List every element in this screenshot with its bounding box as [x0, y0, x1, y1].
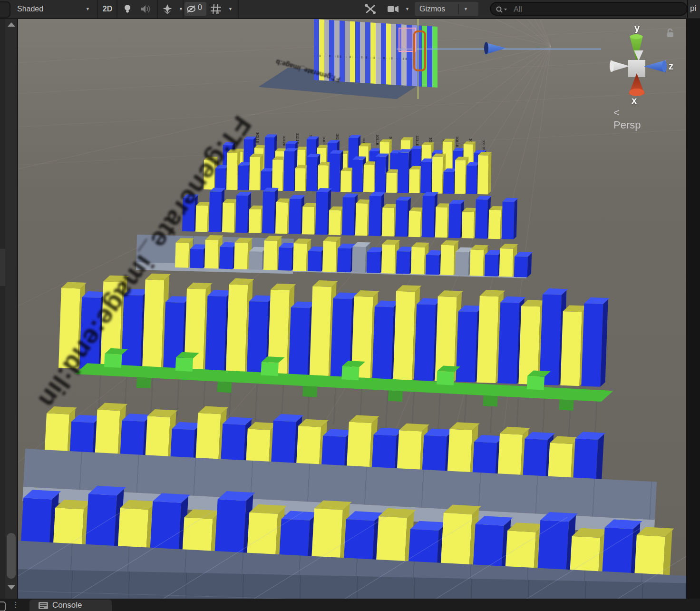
perspective-grid-line: [18, 18, 551, 46]
component-tools-button[interactable]: [364, 3, 377, 17]
lightbulb-icon: [122, 3, 133, 15]
bar: [560, 311, 582, 386]
toolbar-divider: [117, 0, 117, 18]
axis-back-cone[interactable]: [633, 50, 644, 61]
bar: [477, 155, 488, 194]
bar: [204, 240, 219, 269]
bar: [420, 162, 431, 193]
scene-view-toolbar: Shaded ▼ 2D ▼: [0, 0, 700, 19]
bar-side: [488, 153, 491, 194]
green-cube: [527, 376, 544, 390]
toolbar-stub-button[interactable]: [0, 1, 10, 18]
bar: [322, 241, 337, 272]
gizmos-label: Gizmos: [419, 0, 445, 18]
projection-toggle[interactable]: < Persp: [613, 107, 641, 131]
bar: [502, 201, 515, 239]
chevron-down-icon: ▼: [228, 0, 233, 18]
axis-x-label: x: [632, 95, 637, 106]
persp-arrow-icon: <: [613, 107, 620, 118]
green-notch: [559, 399, 574, 411]
scroll-down-arrow[interactable]: [8, 585, 15, 590]
bar: [393, 291, 415, 380]
scene-audio-toggle[interactable]: [140, 4, 151, 16]
bar: [386, 173, 397, 193]
kebab-icon[interactable]: ⋮: [12, 600, 19, 609]
bar: [329, 210, 341, 236]
bar: [278, 247, 292, 271]
bar: [476, 296, 498, 383]
bar: [514, 256, 528, 277]
scrollbar-thumb[interactable]: [7, 533, 16, 579]
svg-text:y: y: [217, 10, 219, 14]
green-cube: [341, 366, 359, 380]
bar: [283, 151, 294, 191]
scene-viewport[interactable]: : ·≡ :· ≡· :≡≡ ·: ≡: ·· ≡·≡ ::≡ ·: ≡· :≡…: [18, 18, 686, 599]
gizmos-dropdown[interactable]: Gizmos ▼: [415, 2, 478, 16]
bar: [466, 166, 477, 194]
draw-mode-dropdown[interactable]: Shaded ▼: [14, 0, 95, 18]
bar: [209, 191, 222, 232]
magnifier-icon: [496, 6, 509, 13]
wrench-icon: [364, 3, 377, 15]
wall-stripe: [340, 20, 345, 82]
wall-stripe: [391, 24, 396, 85]
bar: [234, 242, 248, 269]
scene-search-field[interactable]: [490, 2, 688, 16]
green-notch: [217, 382, 232, 393]
bar: [422, 196, 435, 237]
wall-stripe: [376, 23, 381, 84]
distant-bar-label: 303.1B: [482, 140, 486, 150]
distant-bar-label: 323.1E: [416, 136, 419, 146]
scroll-up-arrow[interactable]: [8, 22, 15, 27]
camera-dropdown[interactable]: ▼: [386, 0, 413, 18]
toolbar-divider: [238, 0, 239, 18]
sparkle-icon: [162, 4, 173, 14]
visibility-toggle[interactable]: 0: [185, 2, 206, 16]
bar: [310, 286, 332, 377]
bar: [411, 247, 425, 275]
grid-icon: y: [210, 4, 222, 14]
bar-side: [527, 253, 532, 277]
partial-badge-icon: [0, 601, 6, 611]
draw-mode-label: Shaded: [17, 0, 43, 18]
bar: [235, 196, 248, 233]
bar: [295, 168, 306, 191]
green-notch: [483, 395, 498, 407]
bar: [363, 165, 374, 192]
translate-arrow-gizmo[interactable]: [485, 40, 506, 56]
search-input[interactable]: [513, 4, 676, 15]
bar: [408, 211, 421, 237]
bar: [352, 159, 363, 192]
left-panel-edge-highlight: [0, 249, 5, 286]
green-cube: [261, 362, 278, 376]
gizmo-lock-icon[interactable]: [666, 28, 675, 40]
axis-left-cone[interactable]: [610, 60, 630, 72]
axis-x-cone[interactable]: [629, 73, 645, 96]
distant-bar-label: 303.1B: [256, 132, 259, 143]
persp-label: Persp: [613, 119, 641, 131]
bar: [262, 191, 275, 234]
bar: [275, 202, 288, 234]
toolbar-divider: [157, 0, 158, 18]
bar: [337, 248, 351, 273]
bar: [306, 157, 317, 191]
wall-stripe: [350, 21, 355, 83]
bar: [499, 248, 514, 277]
bar: [414, 304, 436, 381]
grid-visibility-dropdown[interactable]: y ▼: [209, 0, 236, 18]
hidden-count-label: 0: [198, 3, 202, 12]
toggle-2d-button[interactable]: 2D: [99, 0, 116, 18]
distant-bar-label: 303.1B: [376, 135, 379, 145]
bar: [375, 157, 386, 192]
unity-editor-window: Shaded ▼ 2D ▼: [0, 0, 700, 611]
vertical-scrollbar[interactable]: [5, 18, 18, 599]
scene-lighting-toggle[interactable]: [122, 3, 133, 17]
bar: [497, 302, 519, 384]
bar: [249, 157, 260, 190]
right-panel-edge: [686, 18, 700, 611]
axis-z-cone[interactable]: [644, 60, 667, 73]
bar: [372, 306, 394, 379]
console-tab[interactable]: Console: [29, 600, 112, 611]
right-panel-title: pi: [687, 0, 700, 18]
bar-side: [514, 199, 517, 239]
